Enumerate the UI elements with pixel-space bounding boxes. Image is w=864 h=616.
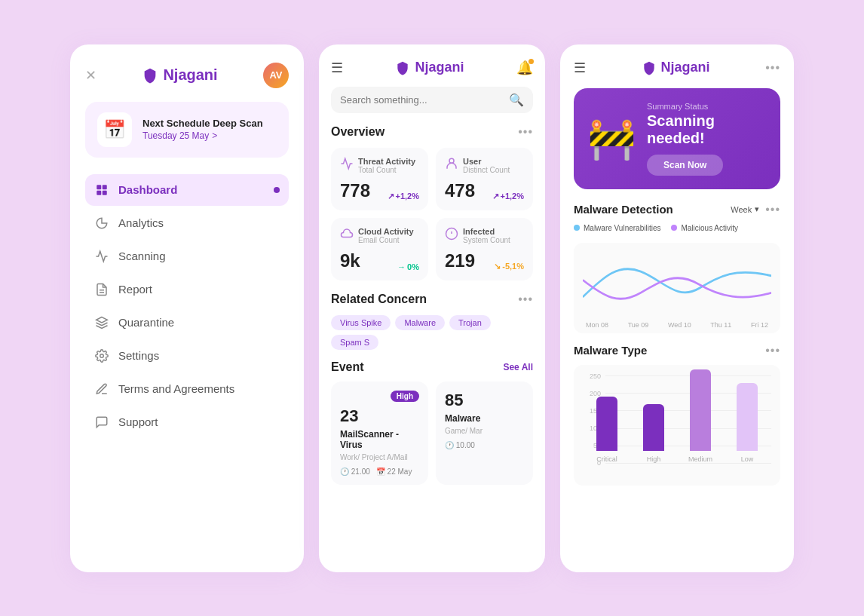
threat-sub: Total Count [358,166,415,174]
bar-col-low: Low [731,383,764,463]
malware-type-dots-menu[interactable]: ••• [765,344,780,357]
sidebar-item-label: Support [118,415,158,428]
activity-icon [94,249,109,264]
mid-app-title: Njagani [415,60,464,75]
event-title: Event [331,360,364,374]
edit-icon [94,382,109,397]
infected-label: Infected [463,227,510,236]
hamburger-icon[interactable]: ☰ [331,60,343,76]
user-change: ↗ +1,2% [492,192,525,201]
schedule-text: Next Schedule Deep Scan Tuesday 25 May > [142,118,277,141]
sidebar-item-label: Settings [118,349,159,362]
left-panel: ✕ Njagani AV 📅 Next Schedule Deep Scan T… [70,44,304,572]
svg-point-7 [100,354,104,357]
svg-rect-2 [97,190,101,195]
x-label-4: Fri 12 [751,321,768,329]
scan-now-button[interactable]: Scan Now [647,155,723,176]
bar-col-critical: Critical [590,397,623,463]
sidebar-item-quarantine[interactable]: Quarantine [85,307,289,339]
bar-high [643,404,664,451]
event-sub-0: Work/ Project A/Mail [340,453,419,461]
malware-dots-menu[interactable]: ••• [765,203,780,216]
bar-label-medium: Medium [688,455,712,463]
bar-critical [596,397,617,451]
hamburger-icon-right[interactable]: ☰ [574,60,586,76]
event-section-header: Event See All [331,360,533,374]
cloud-change: → 0% [397,262,419,271]
bell-icon[interactable]: 🔔 [516,60,533,76]
sidebar-item-label: Report [118,283,152,296]
sidebar-item-terms[interactable]: Terms and Agreements [85,373,289,405]
week-selector[interactable]: Week ▾ [731,204,759,214]
chart-legend: Malware Vulnerabilities Malicious Activi… [574,224,738,232]
summary-card: 🚧 Summary Status Scanning needed! Scan N… [574,88,780,189]
chart-pie-icon [94,216,109,231]
cloud-icon [340,227,354,244]
layers-icon [94,315,109,330]
bar-col-medium: Medium [684,369,717,463]
schedule-icon: 📅 [97,112,132,147]
sidebar-item-settings[interactable]: Settings [85,340,289,372]
svg-marker-6 [97,317,108,323]
related-title: Related Concern [331,293,427,306]
line-chart-svg [583,250,771,318]
sidebar-item-dashboard[interactable]: Dashboard [85,174,289,206]
event-section: Event See All High 23 MailScanner - Viru… [331,360,533,557]
bar-low [737,383,758,451]
line-chart: Mon 08 Tue 09 Wed 10 Thu 11 Fri 12 [574,243,780,333]
schedule-date: Tuesday 25 May > [142,130,277,141]
avatar[interactable]: AV [263,63,289,88]
malware-type-title: Malware Type [574,344,647,357]
schedule-card[interactable]: 📅 Next Schedule Deep Scan Tuesday 25 May… [85,102,289,158]
sidebar-item-label: Analytics [118,216,164,229]
threat-value: 778 [340,180,370,201]
threat-change: ↗ +1,2% [388,192,420,201]
bar-chart-inner: Critical High Medium Low [583,372,771,463]
overview-dots-menu[interactable]: ••• [518,125,533,139]
tag-virus-spike[interactable]: Virus Spike [331,315,391,330]
svg-rect-3 [103,190,107,195]
event-time-icon-0: 🕐 21.00 [340,467,370,476]
app-logo: Njagani [142,66,217,84]
legend-dot-blue [574,225,580,231]
event-name-1: Malware [445,413,524,424]
bar-medium [690,369,711,451]
cloud-label: Cloud Activity [358,227,414,236]
related-dots-menu[interactable]: ••• [518,293,533,306]
malware-detection-section: Malware Detection Week ▾ ••• Malware Vul… [574,203,780,333]
bar-col-high: High [637,404,670,463]
see-all-link[interactable]: See All [503,362,533,372]
user-label: User [463,157,510,166]
search-input[interactable] [340,94,503,106]
middle-panel: ☰ Njagani 🔔 🔍 Overview ••• Threat Acti [319,44,545,572]
malware-type-header: Malware Type ••• [574,344,780,357]
event-date-0: 📅 22 May [376,467,412,476]
nav-list: Dashboard Analytics Scanning [85,174,289,554]
right-app-title: Njagani [661,60,710,75]
sidebar-item-report[interactable]: Report [85,274,289,305]
close-button[interactable]: ✕ [85,67,97,84]
sidebar-item-label: Scanning [118,250,166,262]
search-button[interactable]: 🔍 [509,93,524,107]
cloud-sub: Email Count [358,236,414,244]
overview-title: Overview [331,125,385,139]
x-label-0: Mon 08 [586,321,608,329]
event-sub-1: Game/ Mar [445,427,524,435]
overview-section-header: Overview ••• [331,125,533,139]
event-card-1: 85 Malware Game/ Mar 🕐 10.00 [436,382,533,485]
tag-spam[interactable]: Spam S [331,335,378,350]
sidebar-item-scanning[interactable]: Scanning [85,241,289,272]
event-num-1: 85 [445,391,524,410]
stat-card-infected: Infected System Count 219 ↘ -5,1% [436,218,533,280]
summary-status-value: Scanning needed! [647,112,767,147]
sidebar-item-support[interactable]: Support [85,406,289,438]
tag-malware[interactable]: Malware [395,315,445,330]
sidebar-item-analytics[interactable]: Analytics [85,207,289,239]
threat-label: Threat Activity [358,157,415,166]
app-title: Njagani [163,66,217,84]
shield-icon [142,67,158,84]
legend-dot-purple [671,225,677,231]
right-dots-menu[interactable]: ••• [765,61,780,75]
event-badge-high: High [391,391,419,402]
tag-trojan[interactable]: Trojan [449,315,491,330]
